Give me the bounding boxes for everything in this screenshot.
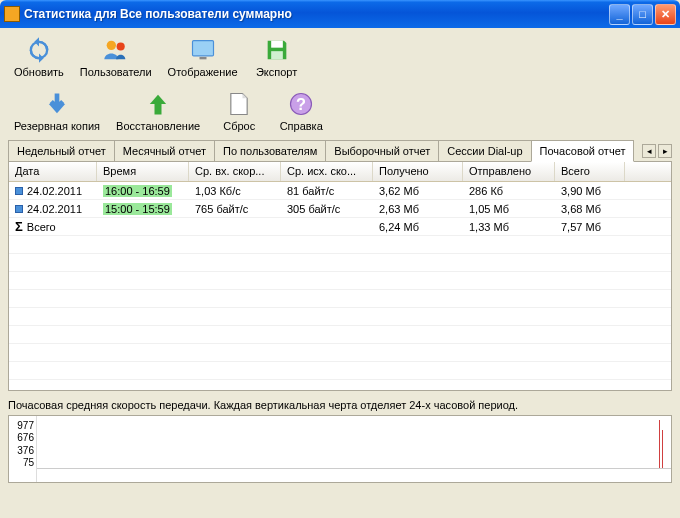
- cell-date: 24.02.2011: [9, 184, 97, 198]
- row-icon: [15, 205, 23, 213]
- cell-total: 3,68 Мб: [555, 202, 625, 216]
- toolbar-row-2: Резервная копияВосстановлениеСброс?Справ…: [0, 82, 680, 136]
- refresh-button[interactable]: Обновить: [8, 34, 70, 80]
- sigma-icon: Σ: [15, 219, 23, 234]
- chart-box: 97767637675: [8, 415, 672, 483]
- minimize-button[interactable]: _: [609, 4, 630, 25]
- tool-label: Справка: [280, 120, 323, 132]
- backup-button[interactable]: Резервная копия: [8, 88, 106, 134]
- cell-time: 15:00 - 15:59: [97, 202, 189, 216]
- tab[interactable]: Недельный отчет: [8, 140, 115, 161]
- help-button[interactable]: ?Справка: [272, 88, 330, 134]
- refresh-icon: [25, 36, 53, 64]
- app-icon: [4, 6, 20, 22]
- tool-label: Резервная копия: [14, 120, 100, 132]
- chart-description: Почасовая средняя скорость передачи. Каж…: [8, 395, 672, 415]
- save-icon: [263, 36, 291, 64]
- restore-button[interactable]: Восстановление: [110, 88, 206, 134]
- cell-sent: 286 Кб: [463, 184, 555, 198]
- tab[interactable]: Почасовой отчет: [531, 140, 635, 162]
- column-header[interactable]: Ср. вх. скор...: [189, 162, 281, 181]
- column-header[interactable]: Всего: [555, 162, 625, 181]
- chart-y-axis: 97767637675: [9, 416, 37, 482]
- tool-label: Восстановление: [116, 120, 200, 132]
- arrow-up-icon: [144, 90, 172, 118]
- cell-in-speed: 765 байт/с: [189, 202, 281, 216]
- tool-label: Обновить: [14, 66, 64, 78]
- cell-total-label: ΣВсего: [9, 218, 97, 235]
- users-button[interactable]: Пользователи: [74, 34, 158, 80]
- cell-received: 3,62 Мб: [373, 184, 463, 198]
- tab-bar: Недельный отчетМесячный отчетПо пользова…: [0, 136, 680, 161]
- toolbar-row-1: ОбновитьПользователиОтображениеЭкспорт: [0, 28, 680, 82]
- svg-point-0: [106, 41, 115, 50]
- tool-label: Экспорт: [256, 66, 297, 78]
- cell-out-speed: 81 байт/с: [281, 184, 373, 198]
- svg-text:?: ?: [296, 95, 306, 113]
- chart-plot: [37, 416, 671, 482]
- svg-rect-3: [199, 57, 206, 59]
- tab[interactable]: Сессии Dial-up: [438, 140, 531, 161]
- column-header[interactable]: Получено: [373, 162, 463, 181]
- arrow-down-icon: [43, 90, 71, 118]
- svg-rect-5: [271, 51, 283, 59]
- column-header[interactable]: Ср. исх. ско...: [281, 162, 373, 181]
- table-row[interactable]: 24.02.201115:00 - 15:59765 байт/с305 бай…: [9, 200, 671, 218]
- grid-body: 24.02.201116:00 - 16:591,03 Кб/с81 байт/…: [9, 182, 671, 380]
- cell-date: 24.02.2011: [9, 202, 97, 216]
- cell-in-speed: 1,03 Кб/с: [189, 184, 281, 198]
- report-grid: ДатаВремяСр. вх. скор...Ср. исх. ско...П…: [8, 161, 672, 391]
- display-icon: [189, 36, 217, 64]
- cell-total: 7,57 Мб: [555, 220, 625, 234]
- table-total-row: ΣВсего6,24 Мб1,33 Мб7,57 Мб: [9, 218, 671, 236]
- help-icon: ?: [287, 90, 315, 118]
- export-button[interactable]: Экспорт: [248, 34, 306, 80]
- chart-x-axis: [37, 468, 671, 482]
- svg-rect-6: [155, 103, 162, 115]
- column-header[interactable]: Отправлено: [463, 162, 555, 181]
- grid-header: ДатаВремяСр. вх. скор...Ср. исх. ско...П…: [9, 162, 671, 182]
- y-tick: 376: [11, 445, 34, 456]
- chart-area: Почасовая средняя скорость передачи. Каж…: [8, 395, 672, 483]
- y-tick: 977: [11, 420, 34, 431]
- tool-label: Сброс: [223, 120, 255, 132]
- cell-sent: 1,05 Мб: [463, 202, 555, 216]
- column-header[interactable]: Время: [97, 162, 189, 181]
- svg-point-1: [116, 42, 124, 50]
- blank-page-icon: [225, 90, 253, 118]
- cell-out-speed: 305 байт/с: [281, 202, 373, 216]
- cell-sent: 1,33 Мб: [463, 220, 555, 234]
- tool-label: Отображение: [168, 66, 238, 78]
- row-icon: [15, 187, 23, 195]
- close-button[interactable]: ✕: [655, 4, 676, 25]
- svg-rect-4: [271, 41, 283, 48]
- tab-scroll-left[interactable]: ◂: [642, 144, 656, 158]
- column-header[interactable]: Дата: [9, 162, 97, 181]
- tab[interactable]: По пользователям: [214, 140, 326, 161]
- tab[interactable]: Выборочный отчет: [325, 140, 439, 161]
- tab-scroll-right[interactable]: ▸: [658, 144, 672, 158]
- users-icon: [102, 36, 130, 64]
- table-row[interactable]: 24.02.201116:00 - 16:591,03 Кб/с81 байт/…: [9, 182, 671, 200]
- cell-received: 6,24 Мб: [373, 220, 463, 234]
- titlebar: Статистика для Все пользователи суммарно…: [0, 0, 680, 28]
- display-button[interactable]: Отображение: [162, 34, 244, 80]
- cell-received: 2,63 Мб: [373, 202, 463, 216]
- reset-button[interactable]: Сброс: [210, 88, 268, 134]
- tab[interactable]: Месячный отчет: [114, 140, 215, 161]
- chart-bar: [659, 420, 660, 468]
- y-tick: 75: [11, 457, 34, 468]
- svg-rect-2: [192, 41, 213, 56]
- tab-nav: ◂ ▸: [642, 144, 672, 158]
- window-title: Статистика для Все пользователи суммарно: [24, 7, 607, 21]
- cell-time: 16:00 - 16:59: [97, 184, 189, 198]
- cell-total: 3,90 Мб: [555, 184, 625, 198]
- tool-label: Пользователи: [80, 66, 152, 78]
- chart-bar: [662, 430, 663, 468]
- y-tick: 676: [11, 432, 34, 443]
- maximize-button[interactable]: □: [632, 4, 653, 25]
